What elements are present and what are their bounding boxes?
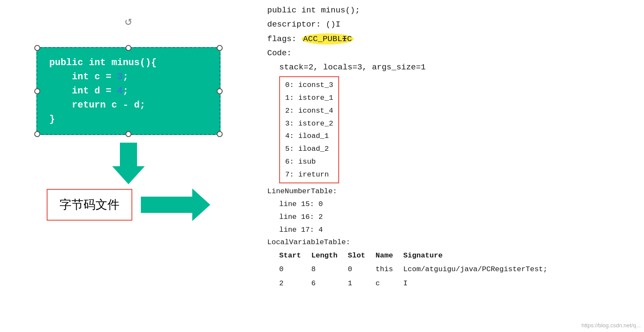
bytecode-label: 字节码文件 bbox=[60, 199, 119, 212]
stack-info: stack=2, locals=3, args_size=1 bbox=[267, 60, 634, 75]
left-panel: ↺ public int minus(){ int c = 3; int d =… bbox=[0, 0, 257, 332]
bc-0: 0: iconst_3 bbox=[285, 79, 333, 92]
right-arrow-shaft bbox=[141, 197, 192, 213]
cursor-icon: ✛ bbox=[342, 32, 347, 46]
lv-r0-length: 8 bbox=[311, 263, 348, 276]
descriptor-line: descriptor: ()I bbox=[267, 18, 634, 32]
code-line-4: return c - d; bbox=[49, 98, 208, 112]
lv-r0-sig: Lcom/atguigu/java/PCRegisterTest; bbox=[403, 263, 558, 276]
lv-row-1: 2 6 1 c I bbox=[279, 277, 558, 290]
lv-r1-length: 6 bbox=[311, 277, 348, 290]
bc-5: 5: iload_2 bbox=[285, 143, 333, 156]
local-variable-label: LocalVariableTable: bbox=[267, 236, 634, 249]
corner-br bbox=[217, 131, 223, 137]
line-number-table-label: LineNumberTable: bbox=[267, 185, 634, 198]
lnt-1: line 16: 2 bbox=[267, 211, 634, 224]
method-signature: public int minus(); bbox=[267, 3, 634, 18]
corner-tm bbox=[125, 45, 131, 51]
bc-3: 3: istore_2 bbox=[285, 117, 333, 130]
corner-bm bbox=[125, 131, 131, 137]
lv-r0-slot: 0 bbox=[348, 263, 376, 276]
arrow-shaft bbox=[120, 143, 137, 166]
arrow-head bbox=[112, 166, 145, 184]
code-line-3: int d = 4; bbox=[49, 84, 208, 98]
right-arrow-head bbox=[192, 188, 210, 221]
corner-ml bbox=[34, 88, 40, 94]
lv-r1-slot: 1 bbox=[348, 277, 376, 290]
bc-1: 1: istore_1 bbox=[285, 92, 333, 105]
bc-4: 4: iload_1 bbox=[285, 130, 333, 143]
lv-r0-start: 0 bbox=[279, 263, 311, 276]
bottom-row: 字节码文件 bbox=[47, 188, 210, 221]
down-arrow bbox=[112, 143, 145, 184]
lv-r1-name: c bbox=[376, 277, 403, 290]
bytecode-box: 字节码文件 bbox=[47, 189, 132, 221]
watermark: https://blog.csdn.net/q... bbox=[581, 322, 641, 329]
code-box: public int minus(){ int c = 3; int d = 4… bbox=[36, 47, 221, 135]
lv-r0-name: this bbox=[376, 263, 403, 276]
code-line-2: int c = 3; bbox=[49, 70, 208, 84]
lv-row-0: 0 8 0 this Lcom/atguigu/java/PCRegisterT… bbox=[279, 263, 558, 276]
code-label: Code: bbox=[267, 46, 634, 60]
lv-header-start: Start bbox=[279, 249, 311, 263]
lv-header-slot: Slot bbox=[348, 249, 376, 263]
flags-text: flags: bbox=[267, 34, 301, 44]
lv-r1-start: 2 bbox=[279, 277, 311, 290]
corner-tl bbox=[34, 45, 40, 51]
code-line-5: } bbox=[49, 112, 208, 126]
lv-r1-sig: I bbox=[403, 277, 558, 290]
lv-header-length: Length bbox=[311, 249, 348, 263]
corner-tr bbox=[217, 45, 223, 51]
corner-bl bbox=[34, 131, 40, 137]
bc-7: 7: ireturn bbox=[285, 168, 333, 181]
rotate-icon: ↺ bbox=[125, 14, 132, 28]
lv-header-sig: Signature bbox=[403, 249, 558, 263]
code-line-1: public int minus(){ bbox=[49, 56, 208, 70]
right-panel: public int minus(); descriptor: ()I flag… bbox=[257, 0, 644, 332]
right-arrow bbox=[141, 188, 210, 221]
bc-6: 6: isub bbox=[285, 156, 333, 168]
flags-line: flags: ACC_PUBLIC ✛ bbox=[267, 32, 634, 46]
lnt-0: line 15: 0 bbox=[267, 198, 634, 211]
bc-2: 2: iconst_4 bbox=[285, 105, 333, 117]
local-variable-table: Start Length Slot Name Signature 0 8 0 t… bbox=[279, 249, 558, 290]
bytecode-table: 0: iconst_3 1: istore_1 2: iconst_4 3: i… bbox=[279, 76, 339, 183]
lnt-2: line 17: 4 bbox=[267, 224, 634, 236]
lv-header-name: Name bbox=[376, 249, 403, 263]
corner-mr bbox=[217, 88, 223, 94]
